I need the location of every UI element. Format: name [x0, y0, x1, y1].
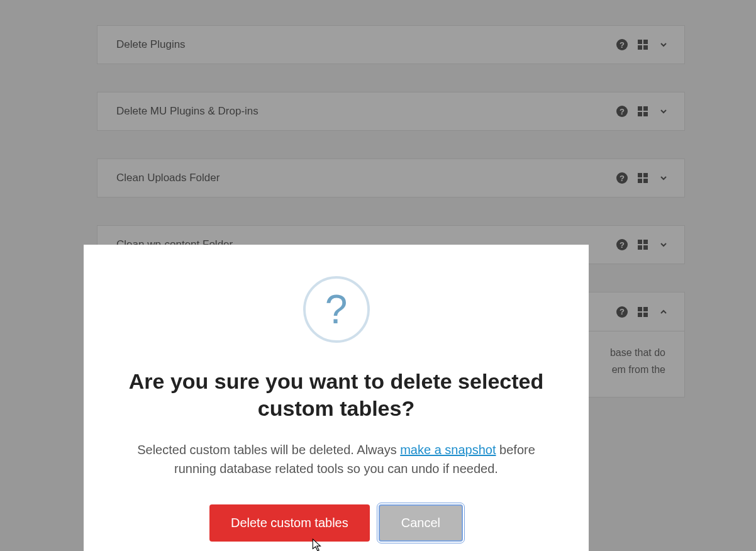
modal-title: Are you sure you want to delete selected… — [115, 368, 557, 421]
delete-custom-tables-button[interactable]: Delete custom tables — [209, 504, 370, 542]
question-icon: ? — [303, 276, 370, 343]
modal-body: Selected custom tables will be deleted. … — [116, 440, 557, 478]
make-snapshot-link[interactable]: make a snapshot — [400, 443, 496, 457]
modal-actions: Delete custom tables Cancel — [115, 504, 557, 542]
question-mark: ? — [325, 286, 348, 333]
confirm-delete-modal: ? Are you sure you want to delete select… — [84, 245, 589, 551]
modal-body-before: Selected custom tables will be deleted. … — [137, 443, 400, 457]
cancel-button[interactable]: Cancel — [379, 504, 463, 542]
